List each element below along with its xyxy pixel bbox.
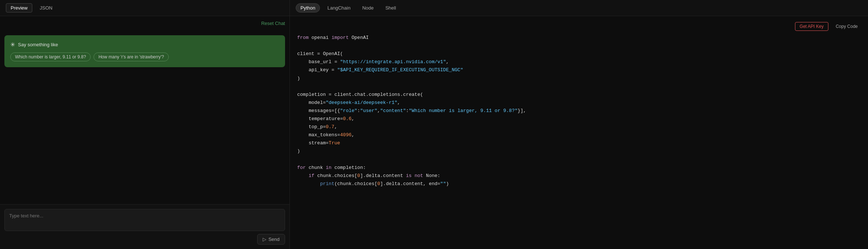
suggestion-text: Say something like — [18, 42, 58, 47]
tab-json[interactable]: JSON — [35, 4, 57, 12]
chat-area: Reset Chat ✳ Say something like Which nu… — [0, 16, 289, 204]
left-panel: Preview JSON Reset Chat ✳ Say something … — [0, 0, 290, 249]
code-line: from openai import OpenAI — [297, 34, 861, 42]
code-line — [297, 83, 861, 91]
code-line: messages=[{"role":"user","content":"Whic… — [297, 107, 861, 115]
code-line: model="deepseek-ai/deepseek-r1", — [297, 99, 861, 107]
suggestion-chips: Which number is larger, 9.11 or 9.8? How… — [10, 53, 279, 61]
code-line — [297, 156, 861, 164]
code-line: ) — [297, 147, 861, 155]
right-topbar: Python LangChain Node Shell — [290, 0, 868, 16]
code-line: base_url = "https://integrate.api.nvidia… — [297, 58, 861, 66]
code-line: ) — [297, 75, 861, 83]
code-line: stream=True — [297, 139, 861, 147]
lang-tab-langchain[interactable]: LangChain — [323, 4, 355, 12]
suggestion-title: ✳ Say something like — [10, 41, 279, 48]
suggestion-icon: ✳ — [10, 41, 15, 48]
chip-0[interactable]: Which number is larger, 9.11 or 9.8? — [10, 53, 91, 61]
reset-chat-button[interactable]: Reset Chat — [261, 21, 285, 26]
lang-tab-shell[interactable]: Shell — [381, 4, 400, 12]
code-line: completion = client.chat.completions.cre… — [297, 91, 861, 99]
send-label: Send — [269, 237, 280, 242]
send-icon: ▷ — [263, 237, 266, 242]
code-panel: Get API Key Copy Code from openai import… — [290, 16, 868, 249]
main-layout: Preview JSON Reset Chat ✳ Say something … — [0, 0, 868, 249]
code-actions: Get API Key Copy Code — [795, 22, 862, 31]
lang-tab-node[interactable]: Node — [358, 4, 378, 12]
left-tabs: Preview JSON — [0, 0, 289, 16]
tab-preview[interactable]: Preview — [6, 3, 32, 12]
code-line: print(chunk.choices[0].delta.content, en… — [297, 180, 861, 188]
code-line — [297, 26, 861, 34]
get-api-key-button[interactable]: Get API Key — [795, 22, 828, 31]
send-button[interactable]: ▷ Send — [257, 234, 285, 245]
code-block: from openai import OpenAI client = OpenA… — [297, 22, 861, 188]
input-bottom: ▷ Send — [4, 234, 285, 245]
code-line: top_p=0.7, — [297, 123, 861, 131]
suggestion-box: ✳ Say something like Which number is lar… — [4, 35, 285, 67]
copy-code-button[interactable]: Copy Code — [831, 22, 862, 31]
code-line: max_tokens=4096, — [297, 131, 861, 139]
code-line: api_key = "$API_KEY_REQUIRED_IF_EXECUTIN… — [297, 66, 861, 74]
code-line — [297, 42, 861, 50]
code-line: if chunk.choices[0].delta.content is not… — [297, 172, 861, 180]
chip-1[interactable]: How many 'r's are in 'strawberry'? — [94, 53, 169, 61]
right-panel: Python LangChain Node Shell Get API Key … — [290, 0, 868, 249]
code-line: for chunk in completion: — [297, 164, 861, 172]
code-line: client = OpenAI( — [297, 50, 861, 58]
lang-tab-python[interactable]: Python — [296, 3, 320, 12]
input-area: ▷ Send — [0, 204, 289, 249]
chat-input[interactable] — [4, 209, 285, 231]
code-line: temperature=0.6, — [297, 115, 861, 123]
